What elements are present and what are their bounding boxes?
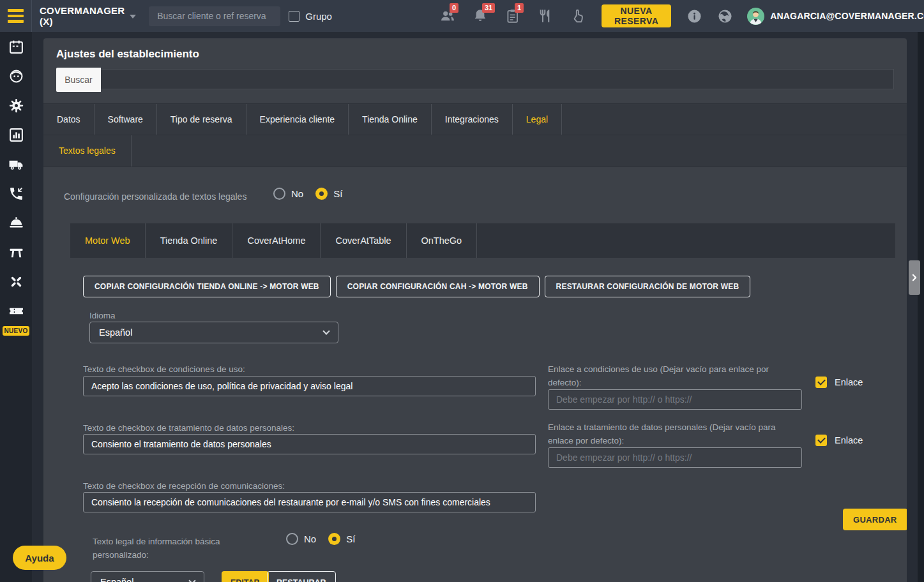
personal-data-link-label: Enlace a tratamiento de datos personales… (548, 421, 785, 447)
channel-tab-coverattable[interactable]: CoverAtTable (321, 223, 406, 258)
channel-tab-coverathome[interactable]: CoverAtHome (232, 223, 321, 258)
personal-data-link-checkbox-label: Enlace (835, 435, 863, 445)
copy-cah-config-button[interactable]: COPIAR CONFIGURACIÓN CAH -> MOTOR WEB (336, 276, 540, 297)
personal-data-link-enable: Enlace (815, 435, 863, 446)
channel-tab-onthego[interactable]: OnTheGo (407, 223, 478, 258)
conditions-text-label: Texto de checkbox de condiciones de uso: (83, 362, 536, 376)
sidebar-item-games-icon[interactable] (0, 267, 32, 296)
tab-software[interactable]: Software (95, 104, 157, 135)
help-button[interactable]: Ayuda (13, 546, 66, 570)
orders-badge: 1 (515, 3, 524, 13)
waitlist-badge: 0 (450, 3, 458, 13)
account-menu[interactable]: ANAGARCIA@COVERMANAGER.COM (770, 11, 924, 21)
group-checkbox[interactable] (289, 11, 299, 22)
sidebar-item-settings-gear-icon[interactable] (0, 91, 32, 120)
personal-data-link-checkbox[interactable] (815, 435, 827, 446)
sidebar-item-call-center-icon[interactable] (0, 179, 32, 208)
chevron-down-icon (322, 327, 329, 334)
restaurant-selector[interactable]: COVERMANAGER (X) (40, 5, 136, 27)
channel-tab-motor-web[interactable]: Motor Web (70, 223, 146, 258)
personal-data-text-label: Texto de checkbox de tratamiento de dato… (83, 421, 536, 435)
hand-gesture-icon[interactable] (570, 8, 586, 24)
custom-legal-radio-yes[interactable]: Sí (315, 188, 342, 200)
app-screen: COVERMANAGER (X) Grupo 0 31 1 (0, 0, 924, 582)
communications-text-input[interactable] (83, 492, 536, 512)
custom-legal-radiogroup: No Sí (273, 188, 342, 200)
scrollbar-track[interactable] (918, 32, 924, 582)
conditions-text-input[interactable] (83, 376, 536, 396)
channel-tab-tienda-online[interactable]: Tienda Online (146, 223, 233, 258)
chevron-down-icon (130, 15, 136, 19)
config-action-buttons: COPIAR CONFIGURACIÓN TIENDA ONLINE -> MO… (83, 276, 750, 297)
tab-integraciones[interactable]: Integraciones (432, 104, 513, 135)
language-globe-icon[interactable] (718, 8, 732, 24)
sidebar-item-cover-at-home-icon[interactable] (0, 208, 32, 237)
settings-search-group: Buscar (56, 68, 894, 92)
restaurant-cutlery-icon[interactable] (537, 8, 554, 24)
sidebar-item-calendar-icon[interactable] (0, 32, 32, 61)
orders-list-icon[interactable]: 1 (504, 8, 521, 24)
legal-basic-language-value: Español (100, 577, 133, 582)
sidebar-item-cover-at-table-icon[interactable] (0, 237, 32, 267)
chevron-down-icon (188, 577, 195, 582)
custom-legal-label: Configuración personalizada de textos le… (64, 190, 246, 204)
legal-basic-radio-no[interactable]: No (286, 533, 316, 545)
restore-motor-web-config-button[interactable]: RESTAURAR CONFIGURACIÓN DE MOTOR WEB (545, 276, 751, 297)
page-title: Ajustes del establecimiento (56, 48, 199, 61)
notifications-bell-icon[interactable]: 31 (472, 8, 489, 24)
conditions-link-label: Enlace a condiciones de uso (Dejar vacío… (548, 362, 785, 389)
client-search-input[interactable] (149, 6, 280, 26)
sidebar-item-delivery-truck-icon[interactable] (0, 149, 32, 179)
conditions-link-checkbox[interactable] (815, 377, 827, 388)
sidebar-item-stats-icon[interactable] (0, 120, 32, 149)
info-icon[interactable] (687, 8, 702, 24)
subtab-textos-legales[interactable]: Textos legales (43, 135, 132, 167)
settings-search-input[interactable] (101, 69, 894, 89)
custom-legal-radio-no[interactable]: No (273, 188, 303, 200)
topbar-icon-group: 0 31 1 (439, 8, 586, 24)
tab-legal[interactable]: Legal (513, 104, 562, 135)
sidebar-item-customers-icon[interactable] (0, 61, 32, 91)
legal-basic-label: Texto legal de información básica person… (93, 535, 241, 562)
avatar[interactable] (747, 8, 764, 25)
language-select[interactable]: Español (89, 322, 338, 343)
group-checkbox-label: Grupo (305, 11, 332, 22)
tab-tipo-de-reserva[interactable]: Tipo de reserva (157, 104, 246, 135)
settings-search-button[interactable]: Buscar (56, 68, 101, 92)
legal-subtabs: Textos legales (43, 135, 907, 167)
personal-data-text-input[interactable] (83, 434, 536, 454)
legal-basic-radiogroup: No Sí (286, 533, 355, 545)
hamburger-menu-icon[interactable] (0, 0, 32, 32)
legal-basic-language-select[interactable]: Español (91, 571, 204, 582)
language-label: Idioma (89, 309, 116, 322)
nuevo-badge: NUEVO (3, 326, 29, 336)
new-reservation-button[interactable]: NUEVA RESERVA (602, 4, 671, 27)
waitlist-icon[interactable]: 0 (439, 8, 456, 24)
topbar: COVERMANAGER (X) Grupo 0 31 1 (0, 0, 924, 32)
group-checkbox-row: Grupo (289, 11, 332, 22)
brand-label: COVERMANAGER (X) (40, 5, 125, 27)
channel-tabs: Motor Web Tienda Online CoverAtHome Cove… (70, 223, 895, 258)
save-button[interactable]: GUARDAR (843, 509, 907, 530)
settings-tabs: Datos Software Tipo de reserva Experienc… (43, 103, 907, 135)
account-email: ANAGARCIA@COVERMANAGER.COM (770, 11, 924, 21)
personal-data-link-input[interactable] (548, 447, 802, 468)
sidebar: NUEVO (0, 32, 32, 582)
tab-datos[interactable]: Datos (43, 104, 95, 135)
tab-tienda-online[interactable]: Tienda Online (349, 104, 432, 135)
language-select-value: Español (99, 327, 132, 338)
notifications-badge: 31 (482, 3, 495, 13)
conditions-link-checkbox-label: Enlace (835, 377, 863, 387)
tab-experiencia-cliente[interactable]: Experiencia cliente (246, 104, 349, 135)
communications-text-label: Texto de checkbox de recepción de comuni… (83, 479, 536, 493)
sidebar-item-vouchers-ticket-icon[interactable] (0, 296, 32, 325)
restore-button[interactable]: RESTAURAR (267, 571, 336, 582)
expand-panel-arrow[interactable] (909, 260, 920, 295)
legal-basic-radio-yes[interactable]: Sí (328, 533, 355, 545)
settings-panel: Ajustes del establecimiento Buscar Datos… (43, 38, 907, 582)
conditions-link-enable: Enlace (815, 377, 863, 388)
copy-tienda-online-config-button[interactable]: COPIAR CONFIGURACIÓN TIENDA ONLINE -> MO… (83, 276, 331, 297)
edit-button[interactable]: EDITAR (222, 571, 269, 582)
conditions-link-input[interactable] (548, 389, 802, 410)
